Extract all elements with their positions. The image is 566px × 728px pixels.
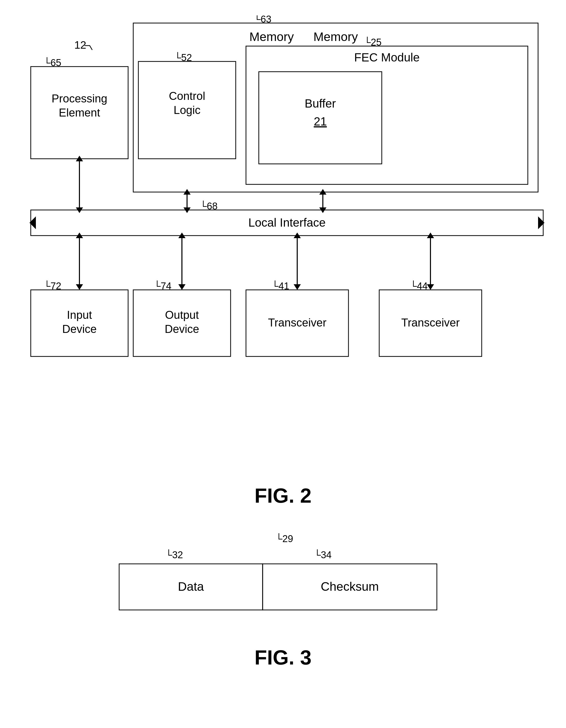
- trans1-ref: └41: [271, 280, 289, 291]
- output-arrow-down: [178, 284, 185, 290]
- memory-title: Memory: [314, 30, 358, 44]
- fig2-caption: FIG. 2: [15, 484, 551, 508]
- fig3-diagram: └29 └32 └34 Data Checksum: [104, 528, 463, 636]
- processing-label-2: Element: [59, 106, 100, 119]
- local-label: Local Interface: [248, 216, 326, 229]
- control-label-1: Control: [169, 90, 205, 102]
- control-label-2: Logic: [173, 104, 200, 116]
- system-ref-label: 12: [74, 39, 86, 51]
- local-ref: └68: [200, 201, 217, 212]
- output-label-1: Output: [165, 309, 199, 321]
- data-label: Data: [178, 580, 204, 593]
- trans2-arrow-down: [427, 284, 434, 290]
- buffer-label: Buffer: [305, 97, 336, 110]
- fig2-svg: 12 └63 Memory Memory └25 FEC Module Buff…: [15, 15, 551, 463]
- fig3-svg: └29 └32 └34 Data Checksum: [104, 528, 463, 636]
- control-ref: └52: [174, 52, 192, 63]
- fig2-title-text: FIG. 2: [254, 484, 311, 507]
- output-label-2: Device: [165, 323, 199, 335]
- trans2-label: Transceiver: [401, 316, 460, 329]
- processing-ref: └65: [44, 57, 61, 68]
- input-arrow-down: [76, 284, 83, 290]
- trans1-arrow-down: [294, 284, 301, 290]
- packet-ref: └29: [275, 533, 293, 544]
- fig2-diagram: 12 └63 Memory Memory └25 FEC Module Buff…: [15, 15, 551, 463]
- fig3-caption: FIG. 3: [15, 646, 551, 669]
- buffer-ref: 21: [314, 115, 327, 128]
- input-label-1: Input: [67, 309, 92, 321]
- trans1-label: Transceiver: [268, 316, 327, 329]
- input-ref: └72: [44, 280, 61, 291]
- checksum-ref-label: └34: [314, 549, 332, 560]
- fec-ref: └25: [364, 37, 382, 48]
- page: 12 └63 Memory Memory └25 FEC Module Buff…: [0, 0, 566, 728]
- fec-label: FEC Module: [354, 51, 420, 64]
- processing-label-1: Processing: [51, 92, 107, 105]
- trans2-ref: └44: [410, 280, 428, 291]
- memory-ref: └63: [254, 15, 271, 25]
- memory-label: Memory: [249, 30, 294, 44]
- input-label-2: Device: [62, 323, 97, 335]
- fig3-title-text: FIG. 3: [254, 646, 311, 669]
- data-ref-label: └32: [165, 549, 183, 560]
- checksum-label: Checksum: [321, 580, 379, 593]
- output-ref: └74: [154, 280, 171, 291]
